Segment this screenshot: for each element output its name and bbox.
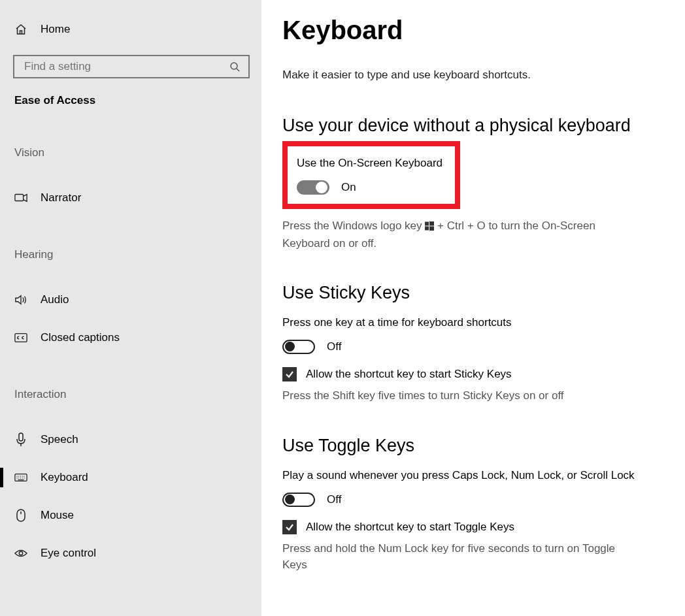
- sidebar-item-label: Audio: [41, 293, 69, 306]
- microphone-icon: [14, 433, 27, 446]
- togglekeys-hint: Press and hold the Num Lock key for five…: [282, 541, 635, 573]
- togglekeys-toggle-state: Off: [327, 493, 341, 506]
- group-label-interaction: Interaction: [0, 388, 261, 401]
- eye-control-icon: [14, 547, 27, 560]
- page-subtitle: Make it easier to type and use keyboard …: [282, 69, 659, 82]
- sidebar-home-label: Home: [41, 23, 70, 36]
- sidebar-item-audio[interactable]: Audio: [0, 284, 261, 316]
- sidebar-item-label: Closed captions: [41, 331, 120, 344]
- togglekeys-shortcut-label: Allow the shortcut key to start Toggle K…: [306, 521, 514, 534]
- sidebar-item-speech[interactable]: Speech: [0, 423, 261, 456]
- sidebar-item-keyboard[interactable]: Keyboard: [0, 461, 261, 494]
- audio-icon: [14, 293, 27, 306]
- search-input[interactable]: [23, 59, 219, 74]
- sidebar-item-label: Mouse: [41, 509, 74, 522]
- svg-rect-7: [425, 222, 429, 226]
- group-label-hearing: Hearing: [0, 248, 261, 261]
- section-heading-osk: Use your device without a physical keybo…: [282, 116, 659, 136]
- togglekeys-shortcut-checkbox[interactable]: [282, 520, 297, 534]
- sidebar-heading: Ease of Access: [0, 94, 261, 107]
- section-heading-sticky: Use Sticky Keys: [282, 283, 659, 303]
- svg-rect-1: [15, 195, 24, 201]
- narrator-icon: [14, 191, 27, 204]
- home-icon: [14, 23, 27, 36]
- svg-point-0: [231, 63, 237, 69]
- togglekeys-toggle[interactable]: [282, 493, 315, 507]
- sticky-shortcut-checkbox[interactable]: [282, 367, 297, 381]
- sticky-toggle[interactable]: [282, 340, 315, 354]
- highlight-box: Use the On-Screen Keyboard On: [282, 141, 460, 209]
- svg-point-6: [19, 551, 22, 555]
- sidebar-item-narrator[interactable]: Narrator: [0, 182, 261, 214]
- osk-hint: Press the Windows logo key + Ctrl + O to…: [282, 218, 635, 251]
- keyboard-icon: [14, 471, 27, 484]
- sticky-shortcut-label: Allow the shortcut key to start Sticky K…: [306, 368, 512, 381]
- page-title: Keyboard: [282, 16, 659, 45]
- windows-logo-icon: [425, 219, 434, 236]
- svg-rect-5: [17, 510, 25, 521]
- sidebar-home[interactable]: Home: [0, 17, 261, 42]
- togglekeys-body: Play a sound whenever you press Caps Loc…: [282, 469, 659, 482]
- sidebar-item-label: Speech: [41, 433, 78, 446]
- closed-captions-icon: [14, 331, 27, 344]
- sidebar-item-label: Keyboard: [41, 471, 88, 484]
- section-heading-togglekeys: Use Toggle Keys: [282, 436, 659, 456]
- mouse-icon: [14, 509, 27, 522]
- sidebar: Home Ease of Access Vision Narrator Hear…: [0, 0, 261, 616]
- sidebar-item-label: Eye control: [41, 547, 96, 560]
- osk-toggle-state: On: [341, 181, 356, 194]
- svg-rect-9: [425, 227, 429, 231]
- osk-label: Use the On-Screen Keyboard: [297, 157, 446, 170]
- group-label-vision: Vision: [0, 146, 261, 159]
- main-pane: Keyboard Make it easier to type and use …: [261, 0, 685, 616]
- sidebar-item-eye-control[interactable]: Eye control: [0, 537, 261, 570]
- svg-rect-2: [15, 334, 27, 342]
- search-input-wrapper[interactable]: [13, 55, 250, 78]
- sticky-hint: Press the Shift key five times to turn S…: [282, 388, 635, 404]
- osk-toggle[interactable]: [297, 180, 329, 195]
- sidebar-item-label: Narrator: [41, 191, 81, 204]
- sticky-toggle-state: Off: [327, 340, 341, 353]
- svg-rect-3: [19, 433, 23, 441]
- sidebar-item-closed-captions[interactable]: Closed captions: [0, 321, 261, 354]
- sidebar-item-mouse[interactable]: Mouse: [0, 499, 261, 532]
- sticky-body: Press one key at a time for keyboard sho…: [282, 316, 659, 329]
- search-icon: [228, 60, 241, 73]
